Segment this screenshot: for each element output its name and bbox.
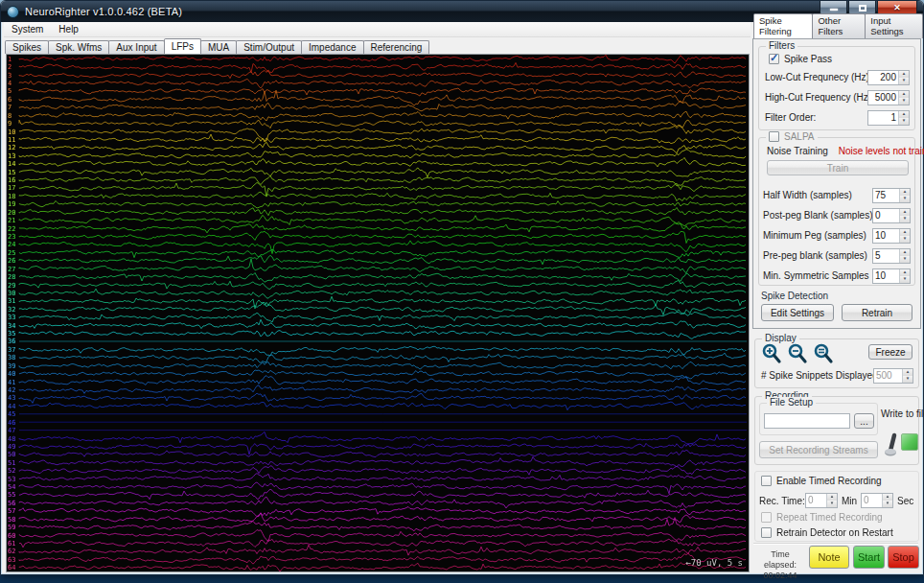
tab-other-filters[interactable]: Other Filters — [812, 13, 866, 38]
zoom-out-icon[interactable] — [787, 343, 808, 364]
spinner-arrows-icon[interactable]: ▲▼ — [826, 494, 837, 507]
timed-recording-group: Enable Timed Recording Rec. Time: 0▲▼ Mi… — [754, 471, 919, 542]
file-setup-group: File Setup ... — [759, 403, 878, 435]
spinner-arrows-icon[interactable]: ▲▼ — [898, 71, 909, 84]
spike-pass-label: Spike Pass — [784, 54, 832, 64]
high-cut-label: High-Cut Frequency (Hz): — [765, 92, 874, 103]
client-area: System Help Spikes Spk. Wfms Aux Input L… — [4, 22, 922, 573]
enable-timed-recording-checkbox[interactable] — [761, 476, 772, 486]
salpa-checkbox[interactable] — [769, 131, 779, 142]
noise-warning-text: Noise levels not trained. — [839, 146, 924, 156]
edit-settings-button[interactable]: Edit Settings — [761, 304, 834, 321]
window-title: NeuroRighter v1.0.0.462 (BETA) — [25, 6, 182, 17]
scale-label: ←70 uV, 5 s — [685, 558, 743, 568]
menu-item-help[interactable]: Help — [51, 23, 86, 35]
waveform-display: ←70 uV, 5 s — [6, 54, 750, 572]
half-width-label: Half Width (samples) — [763, 190, 852, 200]
footer-divider — [753, 543, 918, 545]
retrain-detector-label: Retrain Detector on Restart — [776, 527, 893, 538]
spike-pass-checkbox[interactable] — [769, 54, 779, 64]
right-tab-strip: Spike Filtering Other Filters Input Sett… — [753, 24, 922, 38]
time-elapsed: Time elapsed: 00:02:44 — [753, 549, 807, 581]
minimize-icon — [830, 9, 838, 11]
spinner-arrows-icon[interactable]: ▲▼ — [899, 249, 910, 263]
half-width-spinner[interactable]: 75▲▼ — [872, 188, 911, 203]
spinner-arrows-icon[interactable]: ▲▼ — [902, 369, 912, 383]
display-group: Display — [754, 338, 919, 388]
browse-button[interactable]: ... — [854, 413, 874, 429]
spinner-arrows-icon[interactable]: ▲▼ — [899, 229, 910, 243]
tab-aux-input[interactable]: Aux Input — [108, 40, 164, 54]
spike-detection-title: Spike Detection — [761, 291, 828, 301]
set-recording-streams-button[interactable]: Set Recording Streams — [759, 441, 878, 458]
menu-item-system[interactable]: System — [4, 23, 51, 35]
tab-spike-filtering[interactable]: Spike Filtering — [753, 13, 813, 38]
rec-time-sec-spinner[interactable]: 0▲▼ — [861, 493, 893, 508]
tab-lfps[interactable]: LFPs — [164, 38, 201, 54]
spinner-arrows-icon[interactable]: ▲▼ — [898, 91, 909, 105]
spinner-arrows-icon[interactable]: ▲▼ — [899, 269, 910, 283]
spinner-arrows-icon[interactable]: ▲▼ — [882, 494, 892, 507]
filter-order-label: Filter Order: — [765, 112, 816, 123]
post-peg-blank-label: Post-peg Blank (samples) — [763, 210, 873, 221]
stop-button[interactable]: Stop — [888, 546, 919, 569]
filter-order-spinner[interactable]: 1▲▼ — [867, 110, 910, 126]
spike-filtering-page: Filters Spike Pass Low-Cut Frequnecy (Hz… — [752, 38, 921, 329]
tab-stim-output[interactable]: Stim/Output — [236, 40, 302, 54]
low-cut-label: Low-Cut Frequnecy (Hz): — [765, 72, 872, 82]
repeat-timed-recording-checkbox[interactable] — [761, 512, 772, 523]
tab-impedance[interactable]: Impedance — [301, 40, 363, 54]
display-group-title: Display — [762, 333, 799, 343]
write-to-file-label: Write to file? — [881, 408, 924, 419]
minimum-peg-spinner[interactable]: 10▲▼ — [872, 228, 911, 244]
filters-group-title: Filters — [766, 40, 797, 51]
high-cut-spinner[interactable]: 5000▲▼ — [867, 90, 910, 105]
start-button[interactable]: Start — [853, 546, 885, 569]
tab-mua[interactable]: MUA — [200, 40, 237, 54]
min-symmetric-samples-spinner[interactable]: 10▲▼ — [872, 268, 911, 284]
freeze-button[interactable]: Freeze — [868, 344, 912, 360]
waveform-canvas — [7, 55, 749, 571]
repeat-timed-recording-label: Repeat Timed Recording — [776, 512, 883, 523]
tab-spk-wfms[interactable]: Spk. Wfms — [48, 40, 109, 54]
rec-time-label: Rec. Time: — [759, 496, 805, 506]
file-path-input[interactable] — [764, 413, 850, 429]
min-symmetric-samples-label: Min. Symmetric Samples — [763, 270, 869, 281]
low-cut-spinner[interactable]: 200▲▼ — [867, 70, 910, 85]
record-indicator — [901, 433, 918, 451]
spinner-arrows-icon[interactable]: ▲▼ — [899, 189, 910, 202]
min-unit-label: Min — [842, 496, 857, 506]
filters-group: Filters Spike Pass Low-Cut Frequnecy (Hz… — [758, 46, 915, 130]
salpa-group-title: SALPA — [766, 131, 818, 142]
tab-input-settings[interactable]: Input Settings — [865, 13, 923, 38]
zoom-in-icon[interactable] — [761, 343, 782, 364]
spike-snippets-spinner[interactable]: 500▲▼ — [873, 368, 913, 384]
note-button[interactable]: Note — [809, 546, 849, 569]
train-button[interactable]: Train — [767, 160, 909, 175]
zoom-reset-icon[interactable] — [813, 343, 834, 364]
rec-time-min-spinner[interactable]: 0▲▼ — [805, 493, 838, 508]
time-elapsed-value: 00:02:44 — [753, 571, 807, 581]
tab-spikes[interactable]: Spikes — [5, 40, 49, 54]
spike-snippets-label: # Spike Snippets Displayed — [761, 370, 878, 381]
time-elapsed-label: Time elapsed: — [753, 549, 807, 571]
retrain-detector-checkbox[interactable] — [761, 527, 772, 538]
minimum-peg-label: Minimum Peg (samples) — [763, 230, 866, 241]
salpa-group: SALPA Noise Training Noise levels not tr… — [758, 137, 915, 286]
recording-group: Recording File Setup ... Write to file? … — [754, 396, 919, 465]
retrain-button[interactable]: Retrain — [842, 304, 912, 321]
right-panel: Spike Filtering Other Filters Input Sett… — [751, 22, 922, 573]
noise-training-label: Noise Training — [767, 146, 828, 156]
menu-bar: System Help — [4, 22, 751, 37]
app-icon — [7, 6, 19, 18]
spinner-arrows-icon[interactable]: ▲▼ — [899, 209, 910, 222]
pre-peg-blank-spinner[interactable]: 5▲▼ — [872, 248, 911, 264]
spinner-arrows-icon[interactable]: ▲▼ — [898, 111, 909, 125]
sec-unit-label: Sec — [897, 496, 913, 506]
record-switch-icon[interactable] — [882, 430, 901, 458]
post-peg-blank-spinner[interactable]: 0▲▼ — [872, 208, 911, 223]
app-window: NeuroRighter v1.0.0.462 (BETA) System He… — [0, 0, 924, 575]
tab-referencing[interactable]: Referencing — [363, 40, 430, 54]
pre-peg-blank-label: Pre-peg blank (samples) — [763, 250, 867, 261]
maximize-icon — [859, 5, 866, 12]
